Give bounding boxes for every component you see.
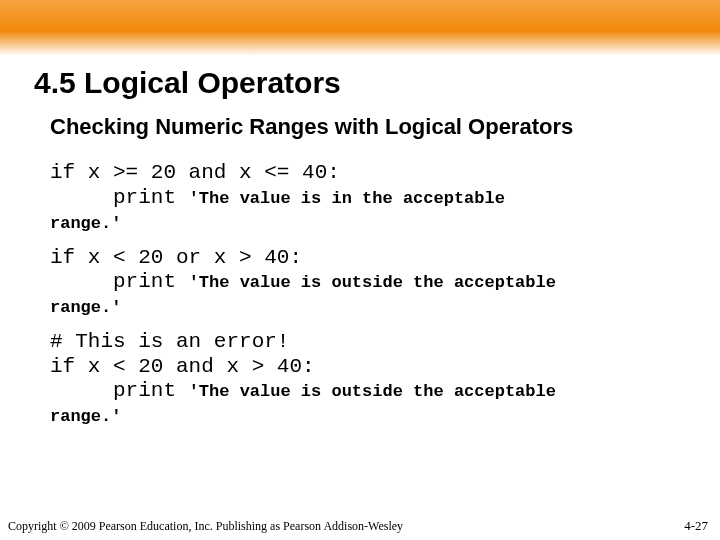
code-string: 'The value is outside the acceptable [189,382,556,401]
code-comment: # This is an error! [50,330,289,353]
code-string: 'The value is outside the acceptable [189,273,556,292]
code-tail: range.' [50,407,121,426]
code-block-3: # This is an error! if x < 20 and x > 40… [50,330,670,429]
code-line: if x < 20 and x > 40: [50,355,315,378]
code-block-1: if x >= 20 and x <= 40: print 'The value… [50,161,670,235]
code-tail: range.' [50,214,121,233]
page-number: 4-27 [684,518,708,534]
code-area: if x >= 20 and x <= 40: print 'The value… [0,139,720,429]
code-block-2: if x < 20 or x > 40: print 'The value is… [50,246,670,320]
code-line-lead: print [50,379,189,402]
code-line: if x < 20 or x > 40: [50,246,302,269]
code-string: 'The value is in the acceptable [189,189,505,208]
code-line: if x >= 20 and x <= 40: [50,161,340,184]
slide-title: 4.5 Logical Operators [0,56,720,100]
copyright-footer: Copyright © 2009 Pearson Education, Inc.… [8,519,403,534]
header-band [0,0,720,56]
code-tail: range.' [50,298,121,317]
code-line-lead: print [50,186,189,209]
slide-subtitle: Checking Numeric Ranges with Logical Ope… [0,100,720,139]
code-line-lead: print [50,270,189,293]
